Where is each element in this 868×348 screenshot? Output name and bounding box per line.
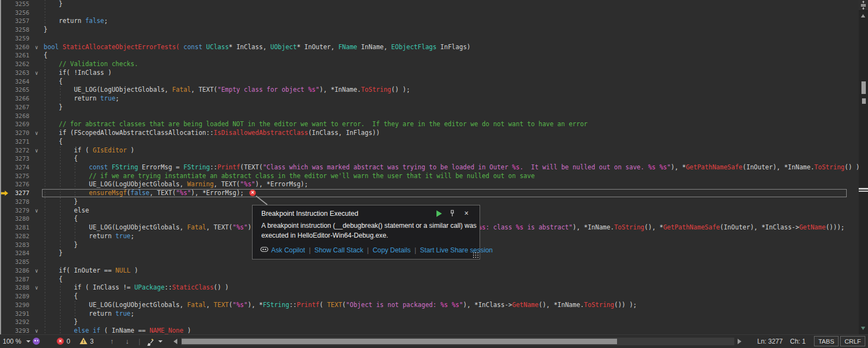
popup-action-start-live-share-session[interactable]: Start Live Share session: [420, 246, 493, 254]
code-line[interactable]: 3260∨bool StaticAllocateObjectErrorTests…: [0, 43, 868, 52]
next-issue-arrow-icon[interactable]: ↓: [125, 335, 129, 348]
code-line[interactable]: 3264 {: [0, 78, 868, 86]
pin-icon[interactable]: [448, 209, 457, 217]
code-line[interactable]: 3287 {: [0, 275, 868, 284]
popup-action-ask-copilot[interactable]: Ask Copilot: [271, 246, 305, 254]
code-editor[interactable]: 3255 }32563257 return false;3258}3259326…: [0, 0, 868, 334]
code-line[interactable]: 3258}: [0, 26, 868, 34]
code-line[interactable]: 3274 const FString ErrorMsg = FString::P…: [0, 163, 868, 172]
hscroll-left-arrow-icon[interactable]: [173, 339, 177, 344]
scroll-down-arrow-icon[interactable]: [861, 327, 865, 330]
hscroll-right-arrow-icon[interactable]: [738, 339, 741, 344]
scrollbar-marker: [862, 98, 866, 104]
line-number: 3263: [7, 69, 29, 78]
code-line[interactable]: 3265 UE_LOG(LogUObjectGlobals, Fatal, TE…: [0, 86, 868, 95]
code-line[interactable]: 3255 }: [0, 0, 868, 9]
split-editor-handle-icon[interactable]: [859, 0, 868, 11]
code-line[interactable]: 3270∨ if (FScopedAllowAbstractClassAlloc…: [0, 129, 868, 138]
copilot-status-icon[interactable]: [33, 335, 40, 348]
line-number: 3258: [7, 26, 29, 34]
indent-guide: [45, 112, 45, 121]
code-text: }: [44, 103, 63, 112]
code-line[interactable]: 3290 UE_LOG(LogUObjectGlobals, Fatal, TE…: [0, 301, 868, 310]
code-text: }: [44, 198, 77, 207]
fold-chevron-icon[interactable]: ∨: [32, 327, 41, 334]
tabs-mode-toggle[interactable]: TABS: [814, 336, 839, 346]
code-text: {: [44, 292, 77, 301]
fold-chevron-icon[interactable]: ∨: [32, 146, 41, 155]
code-line[interactable]: 3277 ensureMsgf(false, TEXT("%s"), *Erro…: [0, 189, 868, 198]
code-line[interactable]: 3261{: [0, 51, 868, 60]
code-line[interactable]: 3269 // for abstract classes that are be…: [0, 120, 868, 129]
close-icon[interactable]: ✕: [462, 209, 471, 217]
fold-chevron-icon[interactable]: ∨: [32, 267, 41, 275]
code-line[interactable]: 3271 {: [0, 138, 868, 146]
code-text: }: [44, 241, 77, 250]
line-number: 3256: [7, 9, 29, 17]
error-icon[interactable]: [57, 335, 64, 348]
error-count[interactable]: 0: [67, 335, 70, 348]
code-line[interactable]: 3276 UE_LOG(LogUObjectGlobals, Warning, …: [0, 180, 868, 189]
continue-play-icon[interactable]: [435, 209, 444, 217]
fold-chevron-icon[interactable]: ∨: [32, 69, 41, 78]
code-line[interactable]: 3273 {: [0, 155, 868, 163]
code-line[interactable]: 3293∨ else if ( InName == NAME_None ): [0, 327, 868, 334]
code-text: {: [44, 155, 77, 163]
scroll-up-arrow-icon[interactable]: [861, 14, 865, 17]
code-text: if (FScopedAllowAbstractClassAllocation:…: [44, 129, 380, 138]
code-line[interactable]: 3288∨ if ( InClass != UPackage::StaticCl…: [0, 284, 868, 292]
code-text: UE_LOG(LogUObjectGlobals, Warning, TEXT(…: [44, 180, 308, 189]
warning-count[interactable]: 3: [90, 335, 94, 348]
popup-action-copy-details[interactable]: Copy Details: [373, 246, 411, 254]
breakpoint-hit-icon[interactable]: [249, 190, 256, 196]
scrollbar-marker: [861, 81, 866, 94]
zoom-dropdown-caret-icon[interactable]: [26, 335, 31, 348]
vertical-scrollbar[interactable]: [859, 0, 868, 334]
line-number: 3271: [7, 138, 29, 146]
line-number: 3276: [7, 180, 29, 189]
fold-chevron-icon[interactable]: ∨: [32, 207, 41, 215]
breakpoint-popup: Breakpoint Instruction Executed ✕ A brea…: [252, 205, 480, 259]
code-text: UE_LOG(LogUObjectGlobals, Fatal, TEXT("E…: [44, 86, 410, 95]
code-line[interactable]: 3286∨ if( InOuter == NULL ): [0, 267, 868, 275]
code-line[interactable]: 3257 return false;: [0, 17, 868, 26]
zoom-level[interactable]: 100 %: [3, 335, 21, 348]
line-number: 3291: [7, 310, 29, 318]
code-cleanup-caret-icon[interactable]: [158, 335, 163, 348]
line-number: 3292: [7, 318, 29, 327]
prev-issue-arrow-icon[interactable]: ↑: [110, 335, 114, 348]
indent-guide: [45, 258, 45, 267]
code-line[interactable]: 3289 {: [0, 292, 868, 301]
code-text: {: [44, 51, 47, 60]
code-line[interactable]: 3263∨ if( !InClass ): [0, 69, 868, 78]
line-number: 3290: [7, 301, 29, 310]
warning-icon[interactable]: [80, 335, 87, 348]
popup-action-show-call-stack[interactable]: Show Call Stack: [314, 246, 363, 254]
code-line[interactable]: 3256: [0, 9, 868, 17]
code-line[interactable]: 3266 return true;: [0, 95, 868, 103]
popup-body-line2: executed in HelloEditor-Win64-Debug.exe.: [261, 232, 388, 239]
code-text: // for abstract classes that are being l…: [44, 120, 588, 129]
code-line[interactable]: 3262 // Validation checks.: [0, 60, 868, 69]
code-line[interactable]: 3259: [0, 34, 868, 43]
code-line[interactable]: 3292 }: [0, 318, 868, 327]
code-line[interactable]: 3275 // if we are trying instantiate an …: [0, 172, 868, 181]
fold-chevron-icon[interactable]: ∨: [32, 129, 41, 138]
fold-chevron-icon[interactable]: ∨: [32, 284, 41, 292]
line-number: 3272: [7, 146, 29, 155]
line-number: 3285: [7, 258, 29, 267]
code-line[interactable]: 3291 return true;: [0, 310, 868, 318]
line-ending-toggle[interactable]: CRLF: [840, 336, 865, 346]
visual-studio-editor-window: 3255 }32563257 return false;3258}3259326…: [0, 0, 868, 348]
fold-chevron-icon[interactable]: ∨: [32, 43, 41, 52]
editor-status-bar: 100 % 0 3 ↑ ↓ | Ln: 3277 Ch: 1 TABS CRLF: [0, 334, 868, 348]
code-line[interactable]: 3272∨ if ( GIsEditor ): [0, 146, 868, 155]
code-text: else if ( InName == NAME_None ): [44, 327, 191, 334]
code-line[interactable]: 3268: [0, 112, 868, 121]
code-text: bool StaticAllocateObjectErrorTests( con…: [44, 43, 470, 52]
horizontal-scrollbar-thumb[interactable]: [182, 339, 617, 344]
line-number: 3266: [7, 95, 29, 103]
code-line[interactable]: 3267 }: [0, 103, 868, 112]
code-cleanup-broom-icon[interactable]: [145, 338, 155, 348]
popup-resize-grip[interactable]: [472, 252, 478, 258]
